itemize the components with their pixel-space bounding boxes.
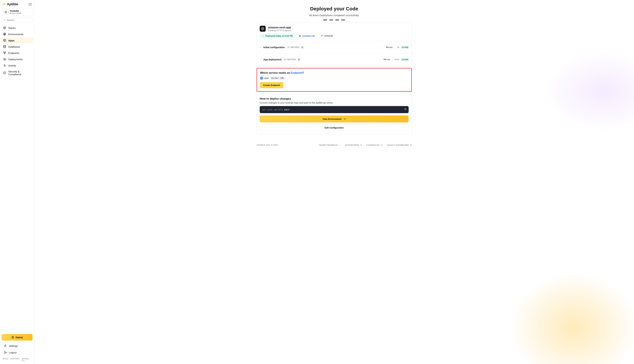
svg-rect-16: [298, 59, 299, 60]
nav-logout[interactable]: Logout: [2, 350, 33, 356]
org-owner: Kishan Sheth: [10, 12, 22, 14]
nav-databases[interactable]: Databases: [1, 44, 33, 50]
nav-deployments[interactable]: Deployments: [1, 56, 33, 62]
code-block: git push aptible main: [260, 106, 409, 113]
nav-databases-label: Databases: [8, 45, 20, 48]
step-status: DONE: [402, 58, 409, 61]
nav-apps[interactable]: Apps: [1, 38, 33, 44]
share-feedback-link[interactable]: SHARE FEEDBACK: [319, 144, 341, 146]
org-name: Youtube: [10, 10, 22, 12]
search-input[interactable]: [2, 17, 33, 23]
deployed-badge: Deployed today at 6:24 PM: [260, 34, 295, 38]
howto-subtitle: Commit changes to your local git repo an…: [260, 102, 409, 104]
install-cli-link[interactable]: INSTALL CLI: [22, 358, 32, 362]
radio-label: cmd: [264, 77, 268, 80]
deployment-card: amazon-next-app Pending HTTP Endpoint De…: [256, 22, 412, 66]
rerun-button[interactable]: Re-run: [384, 45, 395, 50]
copyright: APTIBLE, INC. © 2023: [256, 144, 278, 146]
step-initial-config: Initial configuration ID: 58678950 Re-ru…: [260, 44, 409, 50]
code-prefix: git push aptible: [262, 108, 284, 111]
copy-code-icon[interactable]: [404, 108, 407, 111]
app-name: amazon-next-app: [268, 26, 291, 29]
env-badge[interactable]: youtube-a32: [296, 34, 317, 38]
svg-rect-18: [405, 108, 406, 109]
page-footer: APTIBLE, INC. © 2023 SHARE FEEDBACK GITH…: [256, 141, 412, 147]
step-id: ID: 58678950: [287, 46, 299, 48]
copy-icon[interactable]: [298, 58, 300, 61]
view-environment-button[interactable]: View Environment: [260, 116, 409, 122]
database-icon: [3, 45, 6, 48]
rerun-button[interactable]: Re-run: [382, 57, 393, 62]
branch-icon: [321, 35, 323, 37]
page-subtitle: All done! Deployment completed successfu…: [256, 14, 412, 17]
external-link-icon: [381, 144, 383, 146]
deployed-badge-label: Deployed today at 6:24 PM: [265, 35, 293, 37]
edit-configuration-button[interactable]: Edit Configuration: [260, 124, 409, 131]
nav-settings[interactable]: Settings: [2, 343, 33, 349]
legacy-dashboard-link[interactable]: LEGACY DASHBOARD: [387, 144, 412, 146]
docker-cmd-chip: Docker CMD: [270, 76, 285, 80]
org-selector[interactable]: Youtube Kishan Sheth: [2, 8, 33, 16]
brand-logo[interactable]: Aptible: [2, 2, 18, 6]
svg-rect-17: [405, 108, 406, 110]
endpoint-question: Which service needs an Endpoint?: [260, 72, 408, 74]
copy-icon[interactable]: [301, 46, 304, 49]
svg-point-10: [321, 35, 322, 36]
howto-card: How to deploy changes Commit changes to …: [256, 94, 412, 134]
step-name: Initial configuration: [263, 46, 285, 49]
app-status-line: Pending HTTP Endpoint: [268, 29, 291, 32]
building-icon: [4, 10, 8, 14]
create-endpoint-button[interactable]: Create Endpoint: [260, 82, 283, 88]
chevron-down-icon[interactable]: [260, 58, 262, 60]
app-icon: [260, 26, 266, 32]
env-link: youtube-a32: [302, 35, 315, 37]
chevron-down-icon[interactable]: [260, 46, 262, 48]
svg-rect-14: [301, 46, 303, 48]
chevron-down-icon: [339, 144, 341, 146]
docs-link[interactable]: DOCS: [3, 358, 8, 362]
nav-logout-label: Logout: [9, 351, 17, 354]
svg-point-8: [5, 345, 6, 346]
radio-icon: [260, 77, 263, 80]
support-link[interactable]: SUPPORT: [11, 358, 20, 362]
sidebar: Aptible Youtube Kishan Sheth: [0, 0, 34, 364]
nav-endpoints-label: Endpoints: [8, 52, 19, 54]
aptible-logo-icon: [2, 2, 6, 6]
step-status: DONE: [402, 46, 409, 49]
menu-toggle-icon[interactable]: [29, 3, 32, 6]
nav-settings-label: Settings: [9, 344, 18, 347]
nav-deployments-label: Deployments: [8, 58, 23, 61]
nav-security[interactable]: Security & Compliance: [1, 69, 33, 77]
commit-badge[interactable]: 834d246: [319, 34, 335, 38]
commit-hash: 834d246: [325, 35, 333, 37]
changelog-link[interactable]: CHANGELOG: [367, 144, 383, 146]
view-environment-label: View Environment: [323, 118, 342, 120]
nav-stacks[interactable]: Stacks: [1, 25, 33, 31]
page-title: Deployed your Code: [256, 6, 412, 12]
nav-endpoints[interactable]: Endpoints: [1, 50, 33, 56]
nav-apps-label: Apps: [8, 39, 15, 42]
nav-environments[interactable]: Environments: [1, 31, 33, 37]
shield-icon: [3, 71, 6, 74]
step-duration: 3s: [397, 46, 399, 48]
primary-nav: Stacks Environments Apps Databases Endpo…: [1, 25, 33, 77]
nav-activity-label: Activity: [8, 64, 16, 67]
arrow-right-icon: [343, 118, 346, 120]
service-radio[interactable]: cmd Docker CMD: [260, 76, 408, 80]
main-content: Deployed your Code All done! Deployment …: [34, 0, 634, 364]
sidebar-footer-links: DOCS SUPPORT INSTALL CLI: [2, 357, 33, 362]
svg-point-6: [4, 54, 5, 54]
globe-icon: [299, 35, 301, 37]
endpoint-doc-link[interactable]: Endpoint: [291, 72, 302, 74]
svg-point-3: [4, 46, 6, 46]
step-name: App deployment: [263, 58, 281, 61]
github-repo-link[interactable]: GITHUB REPO: [345, 144, 362, 146]
nav-activity[interactable]: Activity: [1, 62, 33, 68]
cloud-up-icon: [3, 58, 6, 61]
step-id: ID: 58679204: [284, 58, 296, 61]
deploy-button[interactable]: Deploy: [2, 334, 33, 340]
nav-environments-label: Environments: [8, 33, 24, 36]
endpoint-card: Which service needs an Endpoint? cmd Doc…: [256, 68, 412, 92]
logout-icon: [4, 351, 7, 354]
cube-icon: [3, 39, 6, 42]
